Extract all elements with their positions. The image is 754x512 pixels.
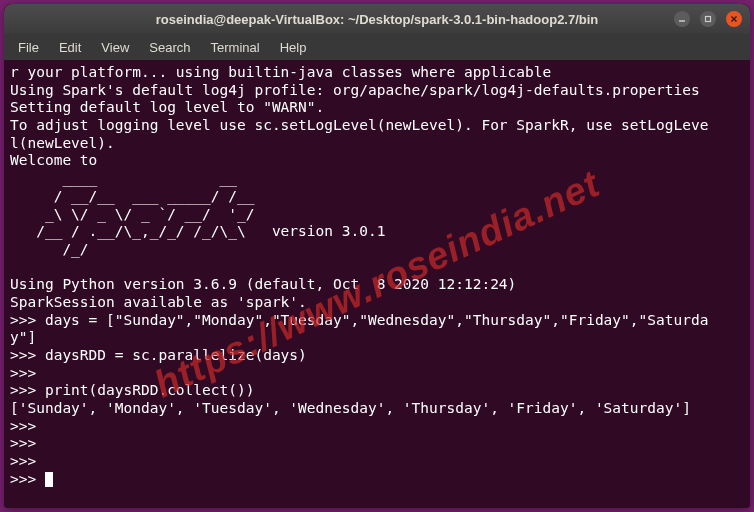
- terminal-output[interactable]: r your platform... using builtin-java cl…: [4, 60, 750, 508]
- window-title: roseindia@deepak-VirtualBox: ~/Desktop/s…: [4, 12, 750, 27]
- terminal-line: /__ / .__/\_,_/_/ /_/\_\ version 3.0.1: [10, 223, 385, 239]
- maximize-button[interactable]: [700, 11, 716, 27]
- menu-help[interactable]: Help: [272, 37, 315, 58]
- terminal-line: Welcome to: [10, 152, 97, 168]
- terminal-line: Setting default log level to "WARN".: [10, 99, 324, 115]
- minimize-icon: [678, 15, 686, 23]
- close-button[interactable]: [726, 11, 742, 27]
- terminal-cursor: [45, 472, 53, 487]
- terminal-line: _\ \/ _ \/ _ `/ __/ '_/: [10, 206, 254, 222]
- terminal-line: ['Sunday', 'Monday', 'Tuesday', 'Wednesd…: [10, 400, 691, 416]
- minimize-button[interactable]: [674, 11, 690, 27]
- terminal-line: / __/__ ___ _____/ /__: [10, 188, 254, 204]
- terminal-line: >>>: [10, 435, 45, 451]
- terminal-line: SparkSession available as 'spark'.: [10, 294, 307, 310]
- terminal-line: >>>: [10, 453, 45, 469]
- terminal-line: >>>: [10, 471, 45, 487]
- terminal-line: /_/: [10, 241, 89, 257]
- terminal-line: r your platform... using builtin-java cl…: [10, 64, 551, 80]
- terminal-line: ____ __: [10, 170, 237, 186]
- menu-edit[interactable]: Edit: [51, 37, 89, 58]
- close-icon: [730, 15, 738, 23]
- window-controls: [674, 11, 742, 27]
- terminal-line: >>> daysRDD = sc.parallelize(days): [10, 347, 307, 363]
- terminal-line: >>> days = ["Sunday","Monday","Tuesday",…: [10, 312, 708, 328]
- maximize-icon: [704, 15, 712, 23]
- terminal-line: To adjust logging level use sc.setLogLev…: [10, 117, 708, 133]
- menubar: File Edit View Search Terminal Help: [4, 34, 750, 60]
- titlebar: roseindia@deepak-VirtualBox: ~/Desktop/s…: [4, 4, 750, 34]
- menu-terminal[interactable]: Terminal: [203, 37, 268, 58]
- terminal-line: >>>: [10, 418, 45, 434]
- menu-search[interactable]: Search: [141, 37, 198, 58]
- terminal-window: roseindia@deepak-VirtualBox: ~/Desktop/s…: [4, 4, 750, 508]
- terminal-line: Using Spark's default log4j profile: org…: [10, 82, 700, 98]
- menu-view[interactable]: View: [93, 37, 137, 58]
- terminal-line: >>>: [10, 365, 45, 381]
- svg-rect-1: [706, 17, 711, 22]
- terminal-line: y"]: [10, 329, 36, 345]
- terminal-line: Using Python version 3.6.9 (default, Oct…: [10, 276, 516, 292]
- terminal-line: >>> print(daysRDD.collect()): [10, 382, 254, 398]
- menu-file[interactable]: File: [10, 37, 47, 58]
- terminal-line: l(newLevel).: [10, 135, 115, 151]
